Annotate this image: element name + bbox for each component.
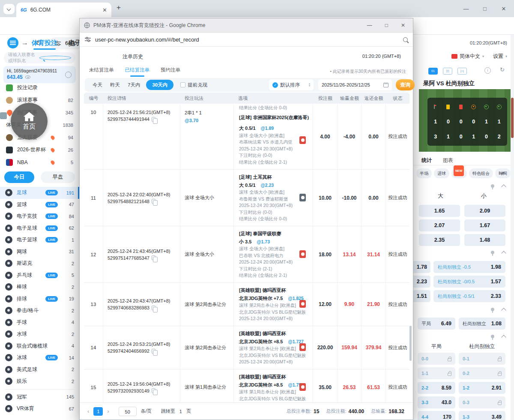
event-tracker-icon[interactable]	[299, 136, 306, 144]
odds-cell[interactable]: 2.09	[464, 205, 505, 217]
sidebar-sport-item[interactable]: 足球 LIVE 191	[0, 187, 79, 199]
search-input[interactable]: 请输入联赛名或球队名	[4, 52, 75, 63]
odds-cell[interactable]: 2.35	[419, 234, 460, 246]
settings-menu[interactable]: 设置	[493, 53, 503, 60]
event-tracker-icon[interactable]	[299, 250, 306, 258]
forward-button[interactable]: →	[21, 39, 28, 47]
view-mode-tab-1[interactable]: 01	[428, 68, 438, 75]
popup-close-button[interactable]: ✕	[401, 22, 405, 28]
pin-icon[interactable]	[491, 184, 494, 188]
tab-search-button[interactable]	[3, 4, 15, 14]
event-tracker-icon[interactable]	[299, 343, 306, 351]
popup-minimize-button[interactable]: —	[367, 22, 372, 28]
today-button[interactable]: 今日	[4, 171, 34, 183]
refresh-icon[interactable]: ↻	[500, 66, 505, 73]
away-odds-cell[interactable]: 杜尚别独立 1.08	[459, 318, 505, 330]
eye-icon[interactable]	[25, 75, 30, 79]
sidebar-sport-item[interactable]: 棒球 2	[0, 281, 79, 293]
score-odds-cell[interactable]: 3-3 43.0	[418, 396, 455, 408]
odds-cell[interactable]: 1.67	[464, 219, 505, 231]
zoom-icon[interactable]	[403, 37, 408, 42]
sidebar-sport-item[interactable]: 斯诺克 2	[0, 258, 79, 270]
odds-cell[interactable]: 2.07	[419, 219, 460, 231]
event-tracker-icon[interactable]	[299, 383, 306, 391]
collapse-icon[interactable]	[501, 251, 506, 255]
pin-icon[interactable]	[491, 308, 494, 311]
prev-page-button[interactable]: ‹	[87, 408, 89, 414]
sidebar-sport-item[interactable]: 电子竞技 LIVE 84	[0, 210, 79, 222]
event-tracker-icon[interactable]	[299, 300, 306, 308]
away-odds-cell[interactable]: 杜尚别独立 -0.5 1.98	[433, 261, 505, 273]
sidebar-sport-item[interactable]: 排球 LIVE 19	[0, 293, 79, 305]
page-size-input[interactable]: 50	[119, 407, 137, 416]
early-market-button[interactable]: 早盘	[41, 171, 75, 183]
popup-scrollbar-thumb[interactable]	[409, 326, 412, 361]
view-mode-tab-3[interactable]: |○|	[457, 68, 467, 75]
copy-icon[interactable]	[152, 349, 155, 354]
tab-close-icon[interactable]: ✕	[102, 7, 107, 13]
market-pill[interactable]: 进球	[434, 168, 449, 178]
event-tracker-icon[interactable]	[299, 194, 306, 201]
away-odds-cell[interactable]: 杜尚别独立 -0/0.5 1.57	[433, 276, 505, 288]
sidebar-menu-item[interactable]: 滚球赛事 82	[0, 94, 79, 106]
nav-sports-betting[interactable]: 体育投注	[32, 39, 57, 47]
sidebar-sport-item[interactable]: 拳击/格斗 2	[0, 305, 79, 317]
copy-icon[interactable]	[152, 306, 155, 310]
score-odds-cell[interactable]: 0-1	[459, 353, 505, 365]
tab-stats[interactable]: 统计	[421, 157, 432, 164]
query-button[interactable]: 查询	[396, 79, 415, 90]
copy-icon[interactable]	[152, 255, 155, 260]
site-menu-icon[interactable]	[7, 37, 18, 48]
score-odds-cell[interactable]: 4-4 170	[418, 411, 455, 420]
sidebar-sport-item[interactable]: 手球 4	[0, 317, 79, 329]
page-scrollbar[interactable]	[511, 35, 514, 420]
sidebar-sport-item[interactable]: 冰球 LIVE 14	[0, 352, 79, 364]
sidebar-sport-item[interactable]: 娱乐 2	[0, 375, 79, 387]
minimize-button[interactable]: —	[457, 6, 475, 12]
refresh-balance-icon[interactable]	[65, 72, 72, 78]
browser-tab[interactable]: 6G 6G.COM ✕	[16, 3, 111, 17]
collapse-icon[interactable]	[501, 335, 506, 339]
sort-icon[interactable]: ▴▾	[501, 170, 504, 176]
copy-icon[interactable]	[152, 199, 155, 204]
popup-address-bar[interactable]: user-pc-new.youbaokun.com/#/bet_record	[80, 33, 413, 47]
sort-select[interactable]: ✓ 默认排序 ▴▾	[269, 79, 314, 90]
new-tab-button[interactable]: +	[117, 3, 121, 12]
market-pill[interactable]: 半场	[416, 168, 432, 178]
draw-odds-cell[interactable]: 平局 6.49	[418, 318, 455, 330]
sidebar-sport-item[interactable]: 联合式橄榄球 4	[0, 340, 79, 352]
collapse-icon[interactable]	[501, 308, 506, 312]
score-odds-cell[interactable]: 0-3	[459, 396, 505, 408]
tab-unsettled[interactable]: 未结算注单	[89, 67, 114, 73]
odds-cell[interactable]: 1.65	[419, 205, 460, 217]
search-icon[interactable]	[39, 56, 72, 60]
view-mode-tab-2[interactable]: ▯▯	[443, 68, 452, 75]
tab-reserved[interactable]: 预约注单	[161, 67, 180, 73]
sidebar-sport-item[interactable]: VR体育 67	[0, 403, 79, 415]
market-pill[interactable]: 波胆 NEW	[451, 168, 467, 178]
sidebar-sport-item[interactable]: 水球 2	[0, 328, 79, 340]
score-odds-cell[interactable]: 1-2 2.91	[459, 382, 505, 394]
sidebar-menu-item[interactable]: 投注记录	[0, 81, 79, 94]
sidebar-sport-item[interactable]: 电子篮球 LIVE 1	[0, 234, 79, 246]
sidebar-sport-item[interactable]: 美式足球 2	[0, 364, 79, 376]
sidebar-sport-item[interactable]: 冠军 145	[0, 391, 79, 403]
sidebar-sport-item[interactable]: 电子足球 LIVE 62	[0, 222, 79, 234]
sidebar-menu-item[interactable]: NBA 5	[0, 156, 79, 168]
filter-7days[interactable]: 7天内	[128, 82, 140, 88]
filter-30days[interactable]: 30天内	[146, 80, 173, 90]
jump-page-value[interactable]: 1	[179, 409, 182, 414]
score-odds-cell[interactable]: 1-1	[418, 367, 455, 379]
sidebar-menu-item[interactable]: 2026-世界杯 26	[0, 144, 79, 156]
sidebar-sport-item[interactable]: 篮球 LIVE 47	[0, 199, 79, 211]
current-page[interactable]: 1	[93, 407, 103, 416]
scrollbar-thumb[interactable]	[511, 98, 514, 138]
filter-today[interactable]: 今天	[93, 82, 102, 88]
maximize-button[interactable]: □	[475, 6, 494, 12]
tab-chart[interactable]: 图表	[443, 157, 453, 164]
sidebar-sport-item[interactable]: 乒乓球 LIVE 5	[0, 270, 79, 282]
popup-title-bar[interactable]: PM体育-亚洲在线体育竞猜投注 - Google Chrome — □ ✕	[80, 18, 413, 33]
pin-icon[interactable]	[491, 335, 494, 338]
date-range-input[interactable]: 2025/11/26-2025/12/25	[318, 79, 392, 90]
score-odds-cell[interactable]: 1-3 3.49	[459, 411, 505, 420]
